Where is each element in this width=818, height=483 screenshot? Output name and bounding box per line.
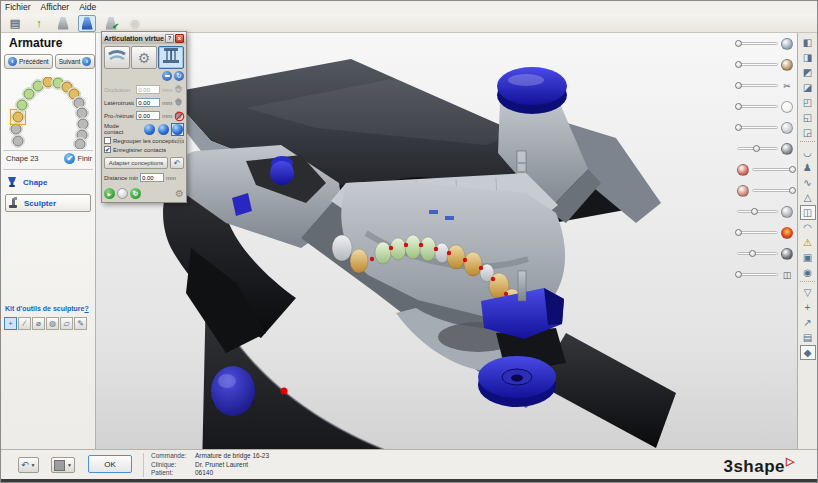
trim-tool-button[interactable]: ▱ (60, 317, 73, 330)
adapt-designs-button[interactable]: Adapter conceptions (104, 157, 168, 169)
articulator-button[interactable] (158, 46, 184, 69)
tooth-marker[interactable] (13, 112, 23, 122)
contact-mode-1-button[interactable] (143, 123, 156, 136)
tooth-marker[interactable] (24, 89, 34, 99)
distance-min-input[interactable] (140, 173, 164, 182)
checkbox[interactable]: ✔ (104, 146, 111, 153)
settings-button[interactable]: ⚙ (131, 46, 157, 69)
help-button[interactable]: ? (165, 34, 174, 43)
tooth-marker[interactable] (78, 119, 88, 129)
menu-aide[interactable]: Aide (79, 2, 96, 13)
tooth-chart[interactable] (7, 77, 89, 149)
dialog-title-bar[interactable]: Articulation virtuelle ? x (102, 32, 186, 44)
validate-button[interactable]: ✔ (102, 15, 120, 32)
undo-button[interactable]: ↶▼ (18, 457, 39, 473)
slider-track[interactable] (737, 84, 778, 87)
slider-track[interactable] (737, 252, 778, 255)
jaw-view-icon[interactable]: ◠ (800, 220, 816, 235)
slider-track[interactable] (737, 273, 778, 276)
slider-knob[interactable] (735, 271, 742, 278)
gear-icon[interactable]: ⚙ (175, 188, 184, 199)
menu-afficher[interactable]: Afficher (41, 2, 70, 13)
slider-knob[interactable] (735, 103, 742, 110)
pro-r-trusion-input[interactable] (136, 111, 160, 120)
hand-icon[interactable] (173, 97, 184, 109)
wax-add-tool-button[interactable]: + (4, 317, 17, 330)
color-picker-button[interactable]: ▼ (51, 457, 75, 473)
carve-tool-button[interactable]: ∕ (18, 317, 31, 330)
contact-mode-2-button[interactable] (157, 123, 170, 136)
hand-disabled-icon[interactable] (173, 84, 184, 96)
slider-track[interactable] (752, 189, 793, 192)
slider-track[interactable] (737, 42, 778, 45)
measure-tool-icon[interactable]: ↗ (800, 315, 816, 330)
tooth-marker[interactable] (11, 124, 21, 134)
mounting-tool-icon[interactable]: ♟ (800, 160, 816, 175)
contact-mode-3-button[interactable] (171, 123, 184, 136)
slider-knob[interactable] (789, 187, 796, 194)
view-cube-top-icon[interactable]: ◧ (800, 35, 816, 50)
model-view-icon[interactable]: ▤ (800, 330, 816, 345)
reset-position-button[interactable]: ↻ (174, 71, 184, 81)
ok-button[interactable]: OK (88, 455, 132, 473)
surface-diamond-icon[interactable]: ◆ (800, 345, 816, 360)
slider-track[interactable] (737, 63, 778, 66)
occlusal-compass-icon[interactable]: ◡ (800, 145, 816, 160)
tooth-marker[interactable] (13, 136, 23, 146)
undo-icon[interactable]: ↶ (170, 157, 184, 169)
slider-track[interactable] (737, 147, 778, 150)
design-button[interactable] (78, 15, 96, 32)
slider-track[interactable] (737, 105, 778, 108)
morph-tool-button[interactable]: ⌀ (32, 317, 45, 330)
finish-button[interactable]: ✔ Finir (64, 153, 92, 164)
slider-knob[interactable] (735, 61, 742, 68)
tooth-marker[interactable] (75, 139, 85, 149)
view-cube-bottom-icon[interactable]: ◱ (800, 110, 816, 125)
slider-track[interactable] (737, 231, 778, 234)
lock-occlusion-button[interactable] (162, 71, 172, 81)
tooth-marker[interactable] (77, 108, 87, 118)
tooth-marker[interactable] (17, 100, 27, 110)
articulator-pin-tool-icon[interactable]: + (800, 300, 816, 315)
view-cube-left-icon[interactable]: ◩ (800, 65, 816, 80)
scan-button[interactable]: ▤ (6, 15, 24, 32)
cross-section-2d-icon[interactable]: ◫ (800, 205, 816, 220)
pyramid-view-icon[interactable]: ▽ (800, 285, 816, 300)
lat-rotrusion-input[interactable] (136, 98, 160, 107)
play-button[interactable]: ▶ (104, 188, 115, 199)
slider-track[interactable] (737, 126, 778, 129)
slider-track[interactable] (752, 168, 793, 171)
slider-knob[interactable] (735, 82, 742, 89)
3d-viewport[interactable]: ✂◫ (96, 33, 799, 449)
slider-knob[interactable] (735, 229, 742, 236)
hand-blocked-icon[interactable] (173, 110, 184, 122)
occlusion-scan-button[interactable] (104, 46, 130, 69)
slider-knob[interactable] (751, 208, 758, 215)
next-button[interactable]: Suivant › (55, 54, 96, 69)
model-button[interactable] (54, 15, 72, 32)
close-icon[interactable]: x (175, 34, 184, 43)
slider-knob[interactable] (735, 124, 742, 131)
step-chape[interactable]: Chape (5, 173, 91, 191)
smooth-tool-button[interactable]: ◍ (46, 317, 59, 330)
loop-button[interactable]: ↻ (130, 188, 141, 199)
view-cube-front-icon[interactable]: ◲ (800, 125, 816, 140)
import-button[interactable]: ↑ (30, 15, 48, 32)
view-cube-iso-icon[interactable]: ◪ (800, 80, 816, 95)
slider-track[interactable] (737, 210, 778, 213)
slider-knob[interactable] (735, 40, 742, 47)
occlusion-input[interactable] (136, 85, 160, 94)
stop-button[interactable] (117, 188, 128, 199)
menu-fichier[interactable]: Fichier (5, 2, 31, 13)
slider-knob[interactable] (749, 250, 756, 257)
snapshot-tool-icon[interactable]: ▣ (800, 250, 816, 265)
toolkit-help-link[interactable]: ? (84, 305, 88, 312)
checkbox[interactable]: ✔ (104, 137, 111, 144)
slider-knob[interactable] (789, 166, 796, 173)
polish-tool-button[interactable]: ✎ (74, 317, 87, 330)
view-cube-back-icon[interactable]: ◨ (800, 50, 816, 65)
spline-tool-icon[interactable]: ∿ (800, 175, 816, 190)
view-cube-right-icon[interactable]: ◰ (800, 95, 816, 110)
camera-tool-icon[interactable]: ◉ (800, 265, 816, 280)
prism-tool-icon[interactable]: △ (800, 190, 816, 205)
